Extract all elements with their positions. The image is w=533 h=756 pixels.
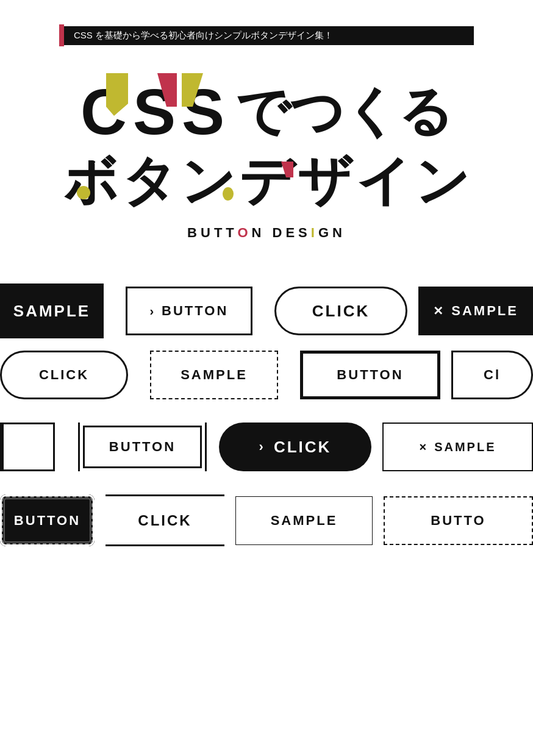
button-row-1: SAMPLE › BUTTON CLICK ✕ SAMPLE <box>0 284 533 338</box>
button-double-border[interactable]: BUTTON <box>83 426 202 468</box>
arrow-icon: › <box>149 304 156 318</box>
click-underline-button[interactable]: CLICK <box>106 494 224 546</box>
subtitle-i-accent: I <box>311 225 318 240</box>
click-black-pill-button[interactable]: › CLICK <box>219 423 371 471</box>
kana-line2: ボ <box>63 154 119 208</box>
kana-line1: でつくる <box>235 85 453 138</box>
subtitle-part2: N DES <box>252 225 311 240</box>
button-dashed-light[interactable]: BUTTO <box>384 496 533 545</box>
dashed-button-label: BUTTO <box>431 513 485 529</box>
x-sample-light-button[interactable]: × SAMPLE <box>382 423 533 471</box>
banner-text: CSS を基礎から学べる初心者向けシンプルボタンデザイン集！ <box>64 26 474 45</box>
sample-black-button[interactable]: SAMPLE <box>0 284 104 338</box>
kana-de: デ <box>239 154 295 208</box>
svg-marker-8 <box>281 162 293 177</box>
title-area: C S S でつくる ボ タ <box>0 73 533 241</box>
kana-i: イ <box>356 154 412 208</box>
letter-S1: S <box>133 73 177 149</box>
subtitle-en: BUTTON DESIGN <box>18 225 515 241</box>
letter-S2: S <box>182 73 226 149</box>
sample-dashed-button[interactable]: SAMPLE <box>150 351 278 399</box>
x-icon-1: ✕ <box>433 304 445 318</box>
red-accent-bar <box>59 24 64 46</box>
button-row-3: BUTTON › CLICK × SAMPLE <box>0 423 533 471</box>
x-sample-black-button[interactable]: ✕ SAMPLE <box>418 287 533 335</box>
click-partial-pill-button[interactable]: Cl <box>451 351 533 399</box>
sample-thin-border-button[interactable]: SAMPLE <box>235 496 373 545</box>
button-row-2: CLICK SAMPLE BUTTON Cl <box>0 351 533 399</box>
kana-za: ザ <box>298 154 353 208</box>
svg-point-6 <box>77 186 90 199</box>
left-border-button[interactable] <box>0 423 55 471</box>
kana-n2: ン <box>415 154 470 208</box>
button-thick-border[interactable]: BUTTON <box>300 351 440 399</box>
subtitle-part3: GN <box>318 225 346 240</box>
button-dashed-black[interactable]: BUTTON <box>0 494 95 546</box>
svg-point-7 <box>223 187 234 201</box>
kana-ta: タ <box>122 154 177 208</box>
buttons-section: SAMPLE › BUTTON CLICK ✕ SAMPLE CLICK SAM… <box>0 284 533 557</box>
c-svg: C <box>80 73 128 140</box>
header-banner: CSS を基礎から学べる初心者向けシンプルボタンデザイン集！ <box>59 24 474 46</box>
kana-n: ン <box>181 154 236 208</box>
s1-svg: S <box>133 73 177 140</box>
yellow-shape-n <box>223 187 234 201</box>
title-line2: ボ タ ン デ ザ イ ン <box>18 154 515 208</box>
red-shape-de <box>281 162 293 177</box>
title-line1: C S S でつくる <box>18 73 515 149</box>
click-pill-button[interactable]: CLICK <box>0 351 128 399</box>
button-border-arrow[interactable]: › BUTTON <box>126 287 252 335</box>
letter-C: C <box>80 73 128 149</box>
click-rounded-button[interactable]: CLICK <box>274 287 408 335</box>
subtitle-part1: BUTT <box>187 225 237 240</box>
x-icon-2: × <box>419 440 428 454</box>
s2-svg: S <box>182 73 226 140</box>
partial-pill-label: Cl <box>484 367 501 383</box>
arrow-icon-2: › <box>259 439 265 455</box>
subtitle-t-accent: O <box>237 225 251 240</box>
yellow-dot-bo <box>77 186 90 199</box>
button-row-4: BUTTON CLICK SAMPLE BUTTO <box>0 494 533 546</box>
